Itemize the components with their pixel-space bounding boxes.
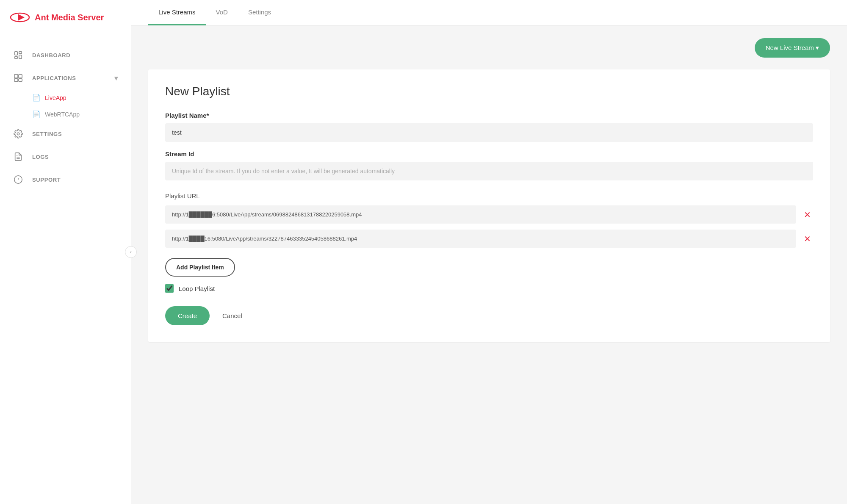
svg-rect-3: [19, 52, 22, 54]
liveapp-label: LiveApp: [45, 94, 66, 101]
sidebar-item-webrtcapp[interactable]: 📄 WebRTCApp: [0, 106, 131, 122]
svg-marker-1: [18, 14, 25, 21]
form-actions: Create Cancel: [165, 306, 813, 325]
playlist-name-label: Playlist Name*: [165, 112, 813, 119]
app-name: Ant Media Server: [35, 13, 104, 22]
cancel-button[interactable]: Cancel: [218, 306, 246, 325]
applications-arrow: ▾: [114, 74, 118, 82]
applications-label: APPLICATIONS: [32, 75, 76, 81]
playlist-url-section: Playlist URL ✕ ✕: [165, 192, 813, 248]
loop-playlist-checkbox[interactable]: [165, 284, 174, 293]
svg-rect-5: [15, 57, 17, 59]
svg-point-10: [17, 133, 19, 135]
stream-id-group: Stream Id: [165, 150, 813, 180]
dashboard-label: DASHBOARD: [32, 52, 70, 58]
top-actions: New Live Stream ▾: [148, 38, 830, 58]
settings-icon: [13, 128, 24, 139]
logs-label: LOGS: [32, 154, 49, 160]
sidebar-logo: Ant Media Server: [0, 0, 131, 35]
url-input-2[interactable]: [165, 230, 796, 248]
sidebar: Ant Media Server DASHBOARD: [0, 0, 131, 504]
dashboard-icon: [13, 50, 24, 61]
playlist-name-input[interactable]: [165, 123, 813, 142]
sidebar-item-settings[interactable]: SETTINGS: [0, 122, 131, 145]
create-button[interactable]: Create: [165, 306, 210, 325]
new-live-stream-button[interactable]: New Live Stream ▾: [755, 38, 830, 58]
main-content: Live Streams VoD Settings New Live Strea…: [131, 0, 847, 504]
sidebar-collapse-button[interactable]: ‹: [125, 246, 137, 258]
playlist-name-group: Playlist Name*: [165, 112, 813, 142]
svg-rect-6: [14, 75, 18, 78]
playlist-url-label: Playlist URL: [165, 192, 813, 199]
logo-icon: [10, 8, 30, 27]
top-nav: Live Streams VoD Settings: [131, 0, 847, 25]
stream-id-label: Stream Id: [165, 150, 813, 158]
webrtcapp-label: WebRTCApp: [45, 111, 80, 118]
tab-live-streams[interactable]: Live Streams: [148, 0, 206, 25]
loop-playlist-label: Loop Playlist: [179, 285, 215, 292]
form-title: New Playlist: [165, 85, 813, 98]
svg-rect-7: [19, 75, 22, 78]
url-row-1: ✕: [165, 205, 813, 224]
liveapp-icon: 📄: [32, 94, 41, 102]
url-row-2: ✕: [165, 230, 813, 248]
logs-icon: [13, 151, 24, 162]
sidebar-item-support[interactable]: SUPPORT: [0, 168, 131, 191]
stream-id-input[interactable]: [165, 162, 813, 180]
url-input-1[interactable]: [165, 205, 796, 224]
applications-icon: [13, 72, 24, 83]
sidebar-nav: DASHBOARD APPLICATIONS ▾ 📄 LiveApp 📄 W: [0, 35, 131, 504]
tab-vod[interactable]: VoD: [206, 0, 238, 25]
url-remove-button-1[interactable]: ✕: [801, 209, 813, 221]
content-area: New Live Stream ▾ New Playlist Playlist …: [131, 25, 847, 504]
form-card: New Playlist Playlist Name* Stream Id Pl…: [148, 69, 830, 342]
sidebar-item-applications[interactable]: APPLICATIONS ▾: [0, 66, 131, 89]
settings-label: SETTINGS: [32, 131, 62, 137]
add-playlist-item-button[interactable]: Add Playlist Item: [165, 258, 235, 277]
svg-rect-8: [14, 79, 18, 81]
tab-settings[interactable]: Settings: [238, 0, 281, 25]
svg-rect-9: [19, 79, 22, 81]
sidebar-item-liveapp[interactable]: 📄 LiveApp: [0, 89, 131, 106]
sidebar-item-dashboard[interactable]: DASHBOARD: [0, 44, 131, 66]
svg-rect-4: [19, 55, 22, 58]
support-icon: [13, 174, 24, 185]
loop-row: Loop Playlist: [165, 284, 813, 293]
support-label: SUPPORT: [32, 177, 61, 183]
svg-rect-2: [15, 52, 17, 55]
webrtcapp-icon: 📄: [32, 110, 41, 118]
url-remove-button-2[interactable]: ✕: [801, 233, 813, 245]
sidebar-item-logs[interactable]: LOGS: [0, 145, 131, 168]
